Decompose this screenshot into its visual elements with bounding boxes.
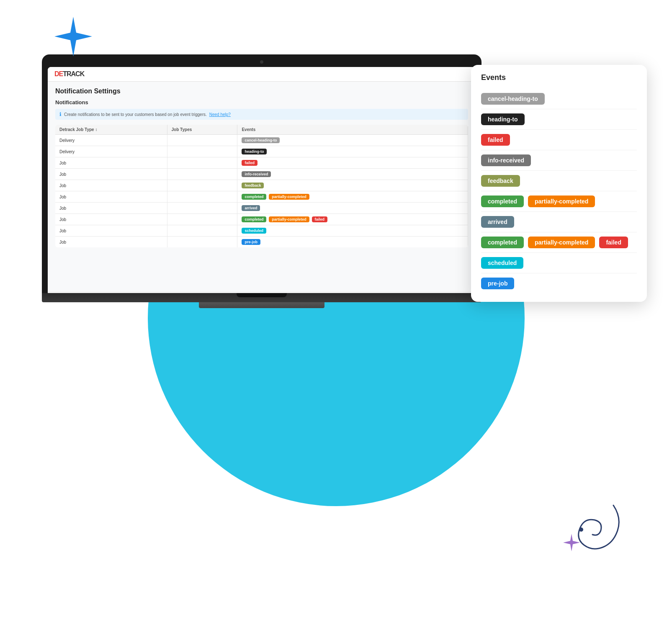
- cell-types: [167, 214, 237, 225]
- table-row: Delivery heading-to: [55, 146, 468, 157]
- event-badge: failed: [242, 160, 257, 166]
- event-badge-lg: failed: [599, 237, 628, 248]
- events-popup-row: info-received: [481, 150, 637, 171]
- events-popup-row: cancel-heading-to: [481, 89, 637, 109]
- laptop-notch: [237, 293, 287, 297]
- laptop-stand: [199, 302, 324, 308]
- laptop-bezel: DETRACK Notification Settings Notificati…: [42, 54, 481, 293]
- need-help-link[interactable]: Need help?: [209, 112, 231, 117]
- event-badge: feedback: [242, 183, 264, 188]
- cell-events: info-received: [237, 169, 468, 180]
- cell-events: scheduled: [237, 225, 468, 237]
- event-badge-lg: completed: [481, 196, 524, 207]
- cell-events: completed partially-completed: [237, 191, 468, 203]
- events-popup-row: arrived: [481, 212, 637, 232]
- events-popup-row: scheduled: [481, 253, 637, 273]
- cell-job-type: Job: [55, 157, 167, 169]
- cell-types: [167, 169, 237, 180]
- cell-types: [167, 191, 237, 203]
- table-row: Job info-received: [55, 169, 468, 180]
- table-row: Job scheduled: [55, 225, 468, 237]
- table-row: Job completed partially-completed failed: [55, 214, 468, 225]
- event-badge-lg: arrived: [481, 216, 514, 228]
- event-badge-lg: completed: [481, 237, 524, 248]
- cell-job-type: Job: [55, 169, 167, 180]
- event-badge: pre-job: [242, 239, 260, 245]
- cell-job-type: Delivery: [55, 146, 167, 157]
- event-badge: partially-completed: [269, 194, 309, 200]
- cell-job-type: Job: [55, 180, 167, 191]
- event-badge: heading-to: [242, 149, 267, 154]
- event-badge: info-received: [242, 171, 271, 177]
- col-header-types: Job Types: [167, 125, 237, 135]
- page-title: Notification Settings: [55, 87, 468, 95]
- cell-events: arrived: [237, 203, 468, 214]
- event-badge-lg: partially-completed: [528, 196, 595, 207]
- table-row: Job failed: [55, 157, 468, 169]
- laptop-screen: DETRACK Notification Settings Notificati…: [48, 67, 476, 293]
- events-popup-row: heading-to: [481, 109, 637, 130]
- cell-types: [167, 237, 237, 248]
- events-popup-row: completed partially-completed failed: [481, 232, 637, 253]
- events-popup-row: failed: [481, 130, 637, 150]
- table-row: Delivery cancel-heading-to: [55, 135, 468, 146]
- section-title: Notifications: [55, 99, 468, 105]
- logo-de: DE: [54, 70, 63, 78]
- notifications-table: Detrack Job Type ↕ Job Types Events Deli…: [55, 125, 468, 247]
- laptop-base: [42, 293, 481, 302]
- cell-events: cancel-heading-to: [237, 135, 468, 146]
- events-popup-row: feedback: [481, 171, 637, 191]
- cell-job-type: Job: [55, 225, 167, 237]
- table-row: Job arrived: [55, 203, 468, 214]
- swirl-decoration: [572, 501, 630, 570]
- cell-types: [167, 157, 237, 169]
- cell-job-type: Job: [55, 214, 167, 225]
- cell-events: feedback: [237, 180, 468, 191]
- cell-job-type: Job: [55, 237, 167, 248]
- event-badge-lg: feedback: [481, 175, 520, 187]
- table-row: Job feedback: [55, 180, 468, 191]
- sparkle-purple-icon: [563, 534, 580, 553]
- col-header-events: Events: [237, 125, 468, 135]
- cell-types: [167, 146, 237, 157]
- cell-events: heading-to: [237, 146, 468, 157]
- info-bar: ℹ Create notifications to be sent to you…: [55, 109, 468, 120]
- logo-track: TRACK: [63, 70, 84, 78]
- event-badge: completed: [242, 216, 266, 222]
- events-popup-title: Events: [481, 73, 637, 82]
- cell-types: [167, 180, 237, 191]
- event-badge-lg: partially-completed: [528, 237, 595, 248]
- event-badge-lg: pre-job: [481, 278, 514, 289]
- event-badge-lg: cancel-heading-to: [481, 93, 545, 105]
- event-badge: failed: [312, 216, 328, 222]
- laptop-device: DETRACK Notification Settings Notificati…: [42, 54, 481, 308]
- table-row: Job completed partially-completed: [55, 191, 468, 203]
- cell-events: completed partially-completed failed: [237, 214, 468, 225]
- event-badge: scheduled: [242, 228, 266, 234]
- events-popup-row: completed partially-completed: [481, 191, 637, 212]
- events-popup-card: Events cancel-heading-to heading-to fail…: [471, 65, 647, 302]
- event-badge: cancel-heading-to: [242, 137, 280, 143]
- event-badge-lg: scheduled: [481, 257, 523, 269]
- cell-events: failed: [237, 157, 468, 169]
- event-badge-lg: failed: [481, 134, 510, 146]
- col-header-job-type: Detrack Job Type ↕: [55, 125, 167, 135]
- event-badge-lg: info-received: [481, 154, 531, 166]
- event-badge: partially-completed: [269, 216, 309, 222]
- event-badge: completed: [242, 194, 266, 200]
- cell-job-type: Delivery: [55, 135, 167, 146]
- cell-job-type: Job: [55, 203, 167, 214]
- cell-types: [167, 225, 237, 237]
- cell-job-type: Job: [55, 191, 167, 203]
- event-badge: arrived: [242, 205, 260, 211]
- cell-events: pre-job: [237, 237, 468, 248]
- app-header: DETRACK: [48, 67, 476, 82]
- info-text: Create notifications to be sent to your …: [64, 112, 207, 117]
- cell-types: [167, 203, 237, 214]
- table-row: Job pre-job: [55, 237, 468, 248]
- app-body: Notification Settings Notifications ℹ Cr…: [48, 82, 476, 291]
- event-badge-lg: heading-to: [481, 113, 525, 125]
- events-popup-row: pre-job: [481, 273, 637, 293]
- info-icon: ℹ: [59, 111, 62, 117]
- sparkle-blue-icon: [54, 17, 92, 58]
